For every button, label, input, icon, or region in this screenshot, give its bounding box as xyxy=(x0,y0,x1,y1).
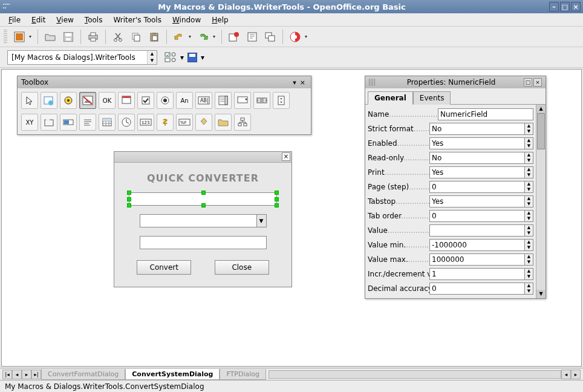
dialog-titlebar[interactable]: × xyxy=(114,152,292,163)
menu-writerstools[interactable]: Writer's Tools xyxy=(108,14,166,26)
dialogs-button[interactable] xyxy=(262,28,279,45)
titlebar[interactable]: My Macros & Dialogs.WriterTools - OpenOf… xyxy=(0,0,583,13)
chevron-down-icon[interactable]: ▼ xyxy=(256,215,266,227)
grip-icon[interactable] xyxy=(369,79,376,86)
toolbox-close-icon[interactable]: × xyxy=(298,79,307,87)
minimize-button[interactable]: – xyxy=(549,2,559,11)
tool-select[interactable] xyxy=(21,92,38,109)
prop-value-input[interactable] xyxy=(429,152,525,164)
resize-handle[interactable] xyxy=(275,203,279,207)
controls-button[interactable] xyxy=(164,52,177,63)
help-button[interactable] xyxy=(287,28,304,45)
prop-spinner[interactable]: ▲▼ xyxy=(525,166,533,178)
tool-label-aa[interactable]: An xyxy=(176,92,193,109)
scroll-down-icon[interactable]: ▼ xyxy=(536,290,546,298)
save-basic-button[interactable] xyxy=(187,53,197,62)
scroll-left[interactable]: ◂ xyxy=(561,370,571,379)
prop-value-input[interactable] xyxy=(429,268,525,280)
tool-combo[interactable] xyxy=(234,92,251,109)
dropdown-icon[interactable]: ▾ xyxy=(29,34,34,39)
dialog-combobox[interactable]: ▼ xyxy=(140,214,267,227)
horizontal-scroll[interactable] xyxy=(269,370,561,379)
resize-handle[interactable] xyxy=(201,203,206,207)
maximize-button[interactable]: □ xyxy=(560,2,570,11)
tool-numeric[interactable]: 123 xyxy=(137,114,154,131)
close-button[interactable]: × xyxy=(571,2,581,11)
prop-value-input[interactable] xyxy=(429,239,525,251)
tab-nav-first[interactable]: |◂ xyxy=(2,370,12,379)
menu-file[interactable]: File xyxy=(4,14,25,26)
prop-spinner[interactable]: ▲▼ xyxy=(525,268,533,280)
macros-button[interactable] xyxy=(226,28,243,45)
close-dialog-button[interactable]: Close xyxy=(215,260,269,275)
copy-button[interactable] xyxy=(128,28,145,45)
prop-spinner[interactable]: ▲▼ xyxy=(525,283,533,295)
tool-time[interactable] xyxy=(118,114,135,131)
tool-textbox-ab[interactable]: AB| xyxy=(195,92,212,109)
tool-wizard[interactable] xyxy=(60,92,77,109)
tool-percent[interactable]: %F xyxy=(176,114,193,131)
dialog-form[interactable]: × QUICK CONVERTER ▼ Convert xyxy=(114,151,292,287)
tool-progress[interactable] xyxy=(60,114,77,131)
prop-value-input[interactable] xyxy=(429,224,525,237)
tool-radio[interactable] xyxy=(157,92,174,109)
resize-handle[interactable] xyxy=(201,191,206,195)
prop-spinner[interactable]: ▲▼ xyxy=(525,181,533,193)
module-tab-convertformatdialog[interactable]: ConvertFormatDialog xyxy=(41,369,125,380)
dropdown-icon[interactable]: ▾ xyxy=(213,34,218,39)
resize-handle[interactable] xyxy=(127,191,131,195)
open-button[interactable] xyxy=(42,28,59,45)
tool-table[interactable] xyxy=(99,114,116,131)
convert-button[interactable]: Convert xyxy=(137,260,191,275)
toolbar-grip[interactable] xyxy=(4,30,7,44)
properties-panel[interactable]: Properties: NumericField □ × General Eve… xyxy=(365,76,546,299)
save-button[interactable] xyxy=(60,28,77,45)
dialog-close-icon[interactable]: × xyxy=(282,152,290,161)
prop-spinner[interactable]: ▲▼ xyxy=(525,224,533,237)
resize-handle[interactable] xyxy=(127,203,131,207)
module-button[interactable] xyxy=(11,28,28,45)
properties-dock-icon[interactable]: □ xyxy=(524,78,532,87)
library-combo[interactable]: ▲▼ xyxy=(7,50,157,65)
module-tab-convertsystemdialog[interactable]: ConvertSystemDialog xyxy=(125,369,220,380)
print-button[interactable] xyxy=(85,28,102,45)
resize-handle[interactable] xyxy=(127,197,131,201)
library-spinner[interactable]: ▲▼ xyxy=(147,51,157,64)
prop-value-input[interactable] xyxy=(429,166,525,178)
resize-handle[interactable] xyxy=(275,197,279,201)
cut-button[interactable] xyxy=(109,28,126,45)
prop-spinner[interactable]: ▲▼ xyxy=(525,253,533,266)
tool-frame[interactable] xyxy=(41,114,57,131)
prop-value-input[interactable] xyxy=(429,137,525,149)
dropdown-icon[interactable]: ▾ xyxy=(201,53,204,62)
scroll-up-icon[interactable]: ▲ xyxy=(536,105,546,113)
toolbox-menu-icon[interactable]: ▾ xyxy=(291,79,298,87)
menu-help[interactable]: Help xyxy=(207,14,233,26)
tool-tree[interactable] xyxy=(234,114,251,131)
dialog-textfield[interactable] xyxy=(140,236,267,249)
dialog-canvas[interactable]: Toolbox ▾ × OKAnAB|XY123%F × QUICK CONVE… xyxy=(1,69,582,367)
tool-xy-frame[interactable]: XY xyxy=(21,114,38,131)
undo-button[interactable] xyxy=(171,28,187,45)
prop-value-input[interactable] xyxy=(438,108,533,120)
tool-spin[interactable] xyxy=(273,92,290,109)
numeric-field-selected[interactable] xyxy=(129,192,277,206)
properties-scrollbar[interactable]: ▲ ▼ xyxy=(536,105,546,298)
menu-tools[interactable]: Tools xyxy=(80,14,108,26)
tool-currency[interactable] xyxy=(157,114,174,131)
prop-value-input[interactable] xyxy=(429,283,525,295)
prop-spinner[interactable]: ▲▼ xyxy=(525,210,533,222)
tool-insert-controls[interactable] xyxy=(41,92,57,109)
tool-folder[interactable] xyxy=(215,114,232,131)
menu-window[interactable]: Window xyxy=(168,14,206,26)
prop-value-input[interactable] xyxy=(429,181,525,193)
tab-nav-last[interactable]: ▸| xyxy=(31,370,41,379)
tool-scrollbar[interactable] xyxy=(253,92,270,109)
resize-handle[interactable] xyxy=(275,191,279,195)
tool-checkbox[interactable] xyxy=(137,92,154,109)
prop-spinner[interactable]: ▲▼ xyxy=(525,152,533,164)
tool-image-control[interactable] xyxy=(79,92,96,109)
prop-value-input[interactable] xyxy=(429,195,525,207)
menu-edit[interactable]: Edit xyxy=(27,14,50,26)
paste-button[interactable] xyxy=(146,28,163,45)
